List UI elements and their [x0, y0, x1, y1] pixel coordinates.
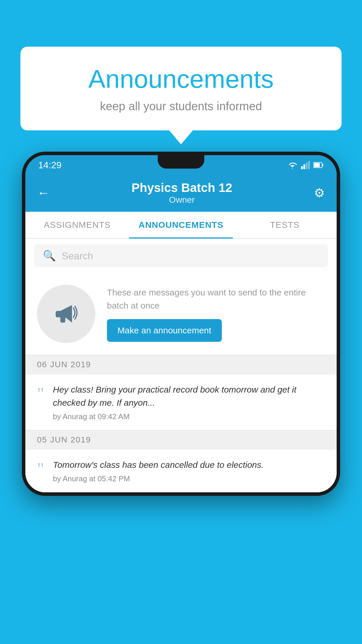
- notch: [158, 155, 204, 169]
- tab-assignments[interactable]: ASSIGNMENTS: [25, 212, 129, 238]
- svg-rect-6: [314, 163, 320, 167]
- header-center: Physics Batch 12 Owner: [131, 181, 232, 205]
- announcement-icon-circle: [37, 285, 95, 343]
- svg-rect-3: [308, 161, 310, 169]
- status-icons: [287, 161, 324, 169]
- search-bar[interactable]: 🔍 Search: [34, 244, 328, 267]
- make-announcement-button[interactable]: Make an announcement: [107, 319, 222, 342]
- wifi-icon: [287, 161, 298, 169]
- signal-icon: [301, 161, 310, 169]
- back-button[interactable]: ←: [37, 186, 50, 200]
- battery-icon: [313, 162, 324, 169]
- announcement-text-1: Hey class! Bring your practical record b…: [53, 383, 325, 409]
- tab-tests[interactable]: TESTS: [233, 212, 337, 238]
- tab-bar: ASSIGNMENTS ANNOUNCEMENTS TESTS: [25, 212, 337, 239]
- announcement-author-1: by Anurag at 09:42 AM: [53, 412, 325, 421]
- batch-subtitle: Owner: [131, 195, 232, 205]
- announcement-content-2: Tomorrow's class has been cancelled due …: [53, 458, 325, 483]
- promo-description: These are messages you want to send to t…: [107, 286, 325, 312]
- app-header: ← Physics Batch 12 Owner ⚙: [25, 175, 337, 212]
- batch-title: Physics Batch 12: [131, 181, 232, 195]
- speech-bubble-card: Announcements keep all your students inf…: [20, 47, 342, 130]
- promo-right: These are messages you want to send to t…: [107, 286, 325, 342]
- svg-rect-2: [306, 163, 307, 169]
- announcement-author-2: by Anurag at 05:42 PM: [53, 474, 325, 483]
- quote-icon-1: ": [37, 385, 44, 402]
- announcement-item-1[interactable]: " Hey class! Bring your practical record…: [25, 374, 337, 430]
- svg-rect-0: [301, 166, 303, 169]
- announcement-content-1: Hey class! Bring your practical record b…: [53, 383, 325, 421]
- date-separator-1: 06 JUN 2019: [25, 355, 337, 374]
- svg-rect-1: [303, 164, 305, 169]
- promo-area: These are messages you want to send to t…: [25, 273, 337, 355]
- speech-bubble-subtitle: keep all your students informed: [38, 100, 324, 113]
- status-time: 14:29: [38, 160, 61, 171]
- speech-bubble-title: Announcements: [38, 64, 324, 94]
- svg-rect-5: [322, 164, 323, 166]
- date-separator-2: 05 JUN 2019: [25, 430, 337, 449]
- phone-outer: 14:29: [22, 152, 340, 496]
- quote-icon-2: ": [37, 460, 44, 477]
- settings-button[interactable]: ⚙: [314, 186, 325, 200]
- search-placeholder: Search: [62, 250, 93, 262]
- announcement-item-2[interactable]: " Tomorrow's class has been cancelled du…: [25, 449, 337, 492]
- phone-mockup: 14:29: [22, 152, 340, 644]
- search-container: 🔍 Search: [25, 239, 337, 273]
- announcement-text-2: Tomorrow's class has been cancelled due …: [53, 458, 325, 471]
- megaphone-icon: [52, 299, 81, 328]
- phone-inner: 14:29: [25, 155, 337, 492]
- tab-announcements[interactable]: ANNOUNCEMENTS: [129, 212, 233, 238]
- search-icon: 🔍: [43, 250, 56, 262]
- status-bar: 14:29: [25, 155, 337, 175]
